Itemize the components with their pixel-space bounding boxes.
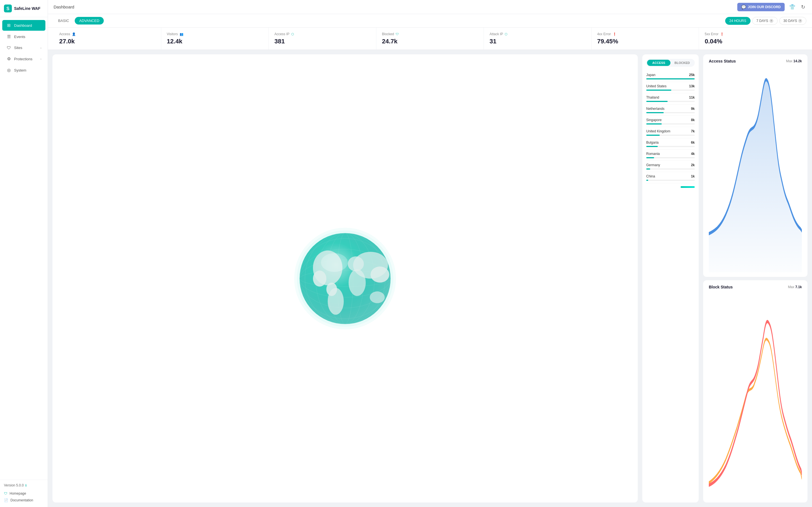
sidebar-item-system[interactable]: ◎ System bbox=[0, 65, 48, 75]
access-chart-title: Access Status bbox=[709, 59, 736, 63]
country-bar-track bbox=[646, 78, 695, 79]
block-line-chart bbox=[709, 293, 802, 498]
sidebar-item-protections[interactable]: ⚙ Protections › bbox=[0, 54, 48, 64]
country-bar-fill bbox=[646, 180, 648, 181]
sidebar-item-events[interactable]: ☰ Events bbox=[0, 31, 48, 42]
stat-access-value: 27.0k bbox=[59, 38, 155, 45]
version-info-icon[interactable]: ℹ bbox=[26, 484, 27, 487]
time-7d-label: 7 DAYS bbox=[756, 19, 768, 23]
country-bar-fill bbox=[646, 168, 650, 170]
block-max-value: 7.1k bbox=[795, 285, 802, 289]
block-chart-max: Max 7.1k bbox=[788, 285, 802, 289]
visitors-icon: 👥 bbox=[180, 33, 184, 36]
time-24h[interactable]: 24 HOURS bbox=[725, 17, 751, 25]
header-actions: 💬 JOIN OUR DISCORD 👕 ↻ bbox=[737, 3, 806, 11]
logo: S SafeLine WAF bbox=[0, 0, 48, 17]
list-item: Romania 4k bbox=[646, 150, 695, 161]
scroll-indicator bbox=[646, 186, 695, 188]
time-30d[interactable]: 30 DAYS ? bbox=[779, 17, 806, 25]
access-icon: 👤 bbox=[72, 33, 76, 36]
sidebar-item-sites[interactable]: 🛡 Sites › bbox=[0, 43, 48, 53]
stat-attack-ip-label: Attack IP ⬡ bbox=[490, 32, 586, 36]
shirt-icon: 👕 bbox=[789, 4, 795, 10]
shield-icon: 🛡 bbox=[6, 45, 11, 50]
tabs-bar: BASIC ADVANCED 24 HOURS 7 DAYS ? 30 DAYS… bbox=[48, 14, 812, 27]
homepage-link[interactable]: 🛡 Homepage bbox=[4, 490, 44, 497]
globe-section bbox=[52, 54, 638, 503]
stat-access-ip-value: 381 bbox=[274, 38, 370, 45]
blocked-toggle[interactable]: BLOCKED bbox=[670, 60, 694, 66]
grid-icon: ⊞ bbox=[6, 23, 11, 28]
svg-point-23 bbox=[300, 233, 391, 324]
list-item: Germany 2k bbox=[646, 161, 695, 172]
documentation-link[interactable]: 📄 Documentation bbox=[4, 497, 44, 504]
sidebar-nav: ⊞ Dashboard ☰ Events 🛡 Sites › ⚙ Protect… bbox=[0, 17, 48, 480]
country-bar-fill bbox=[646, 101, 668, 102]
country-bar-fill bbox=[646, 112, 664, 113]
country-bar-fill bbox=[646, 123, 662, 124]
country-name: Bulgaria bbox=[646, 140, 659, 145]
country-name: Netherlands bbox=[646, 107, 665, 111]
country-bar-track bbox=[646, 135, 695, 136]
stat-visitors-value: 12.4k bbox=[167, 38, 263, 45]
country-value: 2k bbox=[691, 163, 695, 167]
country-name: Romania bbox=[646, 152, 660, 156]
access-line-chart bbox=[709, 67, 802, 272]
country-value: 6k bbox=[691, 140, 695, 145]
stat-access: Access 👤 27.0k bbox=[54, 27, 161, 50]
stat-access-label: Access 👤 bbox=[59, 32, 155, 36]
svg-text:S: S bbox=[6, 6, 10, 11]
country-bar-track bbox=[646, 112, 695, 113]
refresh-button[interactable]: ↻ bbox=[800, 3, 806, 11]
country-value: 8k bbox=[691, 118, 695, 122]
access-max-value: 14.2k bbox=[794, 59, 802, 63]
stat-4xx: 4xx Error ❗ 79.45% bbox=[592, 27, 699, 50]
country-bar-track bbox=[646, 157, 695, 158]
stat-4xx-label: 4xx Error ❗ bbox=[597, 32, 693, 36]
chevron-right-icon: › bbox=[40, 57, 42, 61]
sidebar: S SafeLine WAF ⊞ Dashboard ☰ Events 🛡 Si… bbox=[0, 0, 48, 507]
discord-button[interactable]: 💬 JOIN OUR DISCORD bbox=[737, 3, 784, 11]
protect-icon: ⚙ bbox=[6, 56, 11, 61]
list-item: United States 13k bbox=[646, 82, 695, 93]
country-name: United Kingdom bbox=[646, 129, 670, 133]
list-item: Thailand 11k bbox=[646, 93, 695, 105]
main-content: Dashboard 💬 JOIN OUR DISCORD 👕 ↻ BASIC A… bbox=[48, 0, 812, 507]
shirt-button[interactable]: 👕 bbox=[788, 3, 797, 11]
access-toggle[interactable]: ACCESS bbox=[647, 60, 670, 66]
tabs-left: BASIC ADVANCED bbox=[54, 14, 104, 27]
stat-blocked: Blocked 🛡 24.7k bbox=[376, 27, 484, 50]
list-item: Netherlands 9k bbox=[646, 105, 695, 116]
scroll-handle[interactable] bbox=[680, 186, 695, 188]
sidebar-item-dashboard[interactable]: ⊞ Dashboard bbox=[2, 20, 45, 31]
sidebar-item-label: Protections bbox=[14, 57, 33, 61]
country-bar-fill bbox=[646, 157, 654, 158]
country-name: Japan bbox=[646, 73, 656, 77]
ip-icon: ⬡ bbox=[291, 33, 294, 36]
chart-access-header: Access Status Max 14.2k bbox=[709, 59, 802, 63]
blocked-icon: 🛡 bbox=[396, 33, 399, 36]
app-name: SafeLine WAF bbox=[14, 6, 40, 11]
block-status-chart: Block Status Max 7.1k bbox=[703, 280, 808, 503]
sidebar-footer: Version 5.0.0 ℹ 🛡 Homepage 📄 Documentati… bbox=[0, 480, 48, 507]
sidebar-item-label: System bbox=[14, 68, 26, 72]
stat-visitors: Visitors 👥 12.4k bbox=[161, 27, 269, 50]
block-chart-area bbox=[709, 293, 802, 498]
country-value: 7k bbox=[691, 129, 695, 133]
version-text: Version 5.0.0 bbox=[4, 483, 24, 487]
country-bar-track bbox=[646, 90, 695, 91]
doc-icon: 📄 bbox=[4, 498, 8, 502]
stat-blocked-value: 24.7k bbox=[382, 38, 478, 45]
stat-4xx-value: 79.45% bbox=[597, 38, 693, 45]
country-value: 9k bbox=[691, 107, 695, 111]
country-name: Germany bbox=[646, 163, 660, 167]
system-icon: ◎ bbox=[6, 68, 11, 73]
tab-advanced[interactable]: ADVANCED bbox=[75, 17, 104, 24]
country-bar-track bbox=[646, 123, 695, 124]
time-7d[interactable]: 7 DAYS ? bbox=[752, 17, 777, 25]
country-value: 13k bbox=[689, 84, 695, 88]
stat-5xx: 5xx Error ❗ 0.04% bbox=[699, 27, 806, 50]
country-bar-track bbox=[646, 180, 695, 181]
country-name: Singapore bbox=[646, 118, 662, 122]
tab-basic[interactable]: BASIC bbox=[54, 17, 73, 24]
